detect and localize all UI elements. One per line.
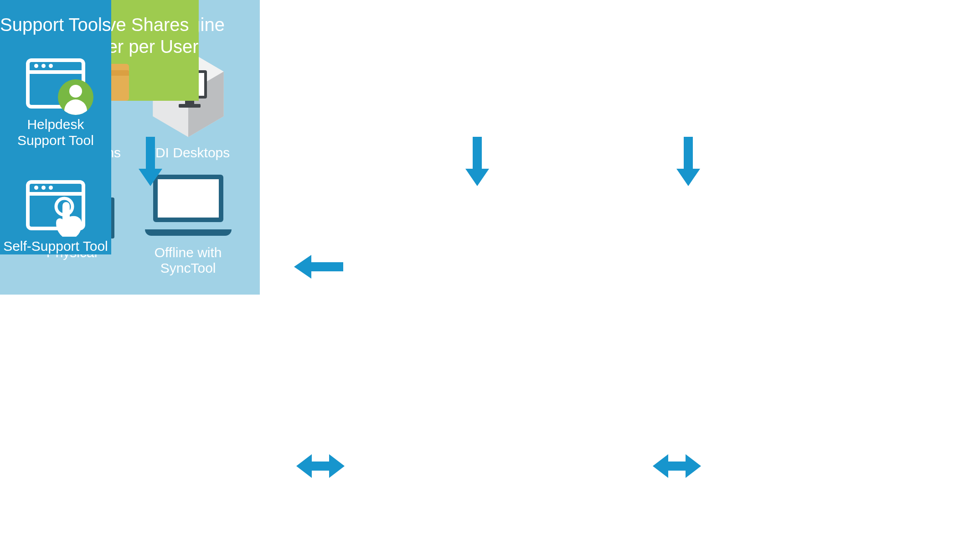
offline-cell: Offline with SyncTool (139, 175, 237, 276)
touch-icon (50, 195, 91, 240)
arrow-bidirectional-icon (295, 451, 346, 481)
arrow-down-icon (137, 137, 164, 187)
helpdesk-label: Helpdesk Support Tool (17, 117, 94, 148)
window-icon (26, 58, 85, 109)
arrow-down-icon (464, 137, 491, 187)
window-icon (26, 180, 85, 230)
arrow-left-icon (293, 253, 343, 280)
offline-label: Offline with SyncTool (155, 245, 222, 276)
arrow-down-icon (675, 137, 702, 187)
user-icon (58, 79, 93, 115)
arrow-bidirectional-icon (652, 451, 702, 481)
self-support-label: Self-Support Tool (3, 239, 108, 254)
support-tools-box: Support Tools Helpdesk Support Tool Self… (0, 0, 111, 254)
support-tools-title: Support Tools (0, 14, 111, 36)
